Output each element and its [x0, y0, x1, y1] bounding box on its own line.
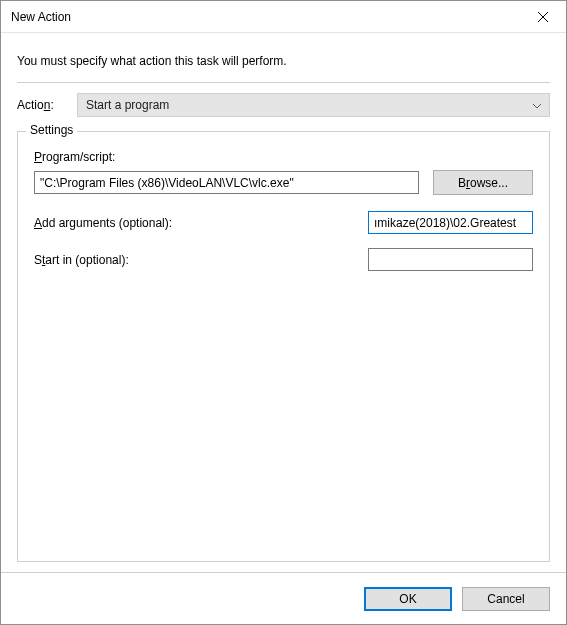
- titlebar: New Action: [1, 1, 566, 33]
- close-button[interactable]: [520, 1, 566, 32]
- action-dropdown[interactable]: Start a program: [77, 93, 550, 117]
- program-row: Browse...: [34, 170, 533, 195]
- startin-row: Start in (optional):: [34, 248, 533, 271]
- program-input[interactable]: [34, 171, 419, 194]
- arguments-row: Add arguments (optional):: [34, 211, 533, 234]
- window-title: New Action: [11, 10, 520, 24]
- startin-label: Start in (optional):: [34, 253, 129, 267]
- ok-button[interactable]: OK: [364, 587, 452, 611]
- arguments-label: Add arguments (optional):: [34, 216, 172, 230]
- dialog-body: You must specify what action this task w…: [1, 33, 566, 572]
- action-dropdown-value: Start a program: [86, 98, 169, 112]
- instruction-text: You must specify what action this task w…: [17, 48, 550, 82]
- chevron-down-icon: [533, 98, 541, 112]
- settings-group: Settings Program/script: Browse... Add a…: [17, 131, 550, 562]
- startin-input[interactable]: [368, 248, 533, 271]
- settings-group-label: Settings: [26, 123, 77, 137]
- program-label: Program/script:: [34, 150, 533, 164]
- action-row: Action: Start a program: [17, 93, 550, 117]
- browse-button[interactable]: Browse...: [433, 170, 533, 195]
- close-icon: [538, 12, 548, 22]
- cancel-button[interactable]: Cancel: [462, 587, 550, 611]
- button-bar: OK Cancel: [1, 572, 566, 624]
- arguments-input[interactable]: [368, 211, 533, 234]
- divider: [17, 82, 550, 83]
- action-label: Action:: [17, 98, 77, 112]
- new-action-dialog: New Action You must specify what action …: [0, 0, 567, 625]
